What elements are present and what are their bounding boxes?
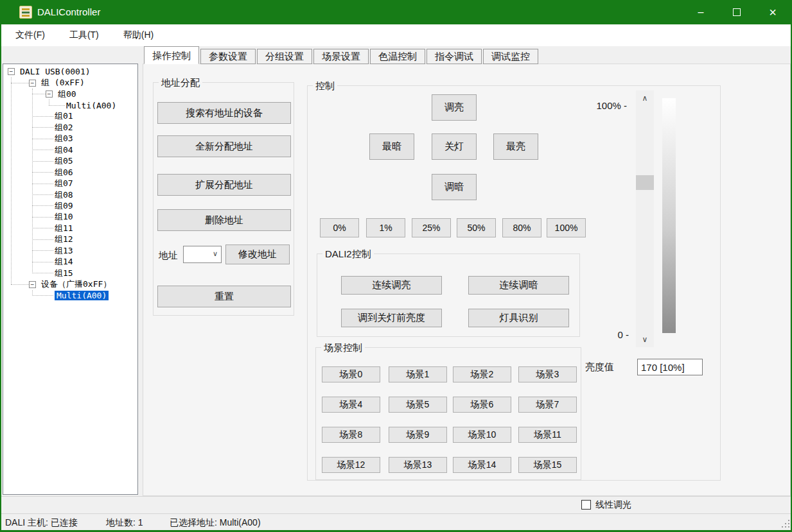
scene-4-button[interactable]: 场景4 [322, 397, 380, 413]
scene-2-button[interactable]: 场景2 [453, 366, 511, 382]
assign-new-address-button[interactable]: 全新分配地址 [157, 135, 291, 157]
scene-14-button[interactable]: 场景14 [453, 457, 511, 473]
chevron-down-icon: ∨ [213, 250, 218, 258]
percent-1-button[interactable]: 1% [366, 218, 405, 237]
tree-connector [32, 150, 53, 150]
brightness-value-label: 亮度值 [585, 361, 614, 373]
tab-command-debug[interactable]: 指令调试 [427, 49, 482, 64]
scroll-down-icon[interactable]: ∨ [636, 332, 654, 347]
tab-scene-settings[interactable]: 场景设置 [313, 49, 369, 64]
tree-item-root[interactable]: −DALI USB(0001) [3, 66, 137, 77]
tree-connector [32, 262, 53, 262]
scene-12-button[interactable]: 场景12 [322, 457, 380, 473]
tab-group-settings[interactable]: 分组设置 [257, 49, 312, 64]
dali2-control-group: DALI2控制 连续调亮 连续调暗 调到关灯前亮度 灯具识别 [317, 253, 580, 337]
brighten-button[interactable]: 调亮 [432, 94, 477, 121]
tree-item-group15[interactable]: 组15 [3, 268, 137, 279]
tree-connector [32, 295, 53, 296]
menu-file[interactable]: 文件(F) [12, 28, 49, 43]
scene-11-button[interactable]: 场景11 [518, 427, 577, 443]
dim-button[interactable]: 调暗 [432, 174, 477, 200]
light-off-button[interactable]: 关灯 [432, 133, 477, 160]
tree-connector [32, 161, 53, 162]
tree-item-group07[interactable]: 组07 [3, 178, 137, 189]
menu-tools[interactable]: 工具(T) [66, 28, 103, 43]
linear-dimming-checkbox[interactable] [581, 500, 591, 510]
tree-item-multi-a00-selected[interactable]: Multi(A00) [3, 290, 137, 301]
address-allocation-title: 地址分配 [159, 77, 202, 89]
tree-item-group06[interactable]: 组06 [3, 167, 137, 178]
scroll-up-icon[interactable]: ∧ [636, 90, 654, 106]
scene-1-button[interactable]: 场景1 [389, 366, 447, 382]
tree-item-group03[interactable]: 组03 [3, 133, 137, 144]
scrollbar-thumb[interactable] [636, 175, 654, 190]
percent-50-button[interactable]: 50% [457, 218, 496, 237]
close-button[interactable]: × [755, 0, 791, 24]
reset-button[interactable]: 重置 [157, 286, 291, 307]
tree-item-group-all[interactable]: −组 (0xFF) [3, 77, 137, 88]
app-window: DALIController – × 文件(F) 工具(T) 帮助(H) 操作控… [0, 0, 792, 532]
scene-5-button[interactable]: 场景5 [389, 397, 447, 413]
scene-7-button[interactable]: 场景7 [518, 397, 577, 413]
scene-0-button[interactable]: 场景0 [322, 366, 380, 382]
scene-15-button[interactable]: 场景15 [518, 457, 577, 473]
tree-item-multi-a00[interactable]: Multi(A00) [3, 99, 137, 110]
tab-debug-monitor[interactable]: 调试监控 [483, 49, 538, 64]
tree-item-group10[interactable]: 组10 [3, 212, 137, 223]
scene-10-button[interactable]: 场景10 [453, 427, 511, 443]
collapse-icon[interactable]: − [46, 90, 53, 98]
luminaire-identify-button[interactable]: 灯具识别 [468, 309, 569, 327]
tree-item-group09[interactable]: 组09 [3, 200, 137, 211]
brightness-scrollbar[interactable]: ∧ ∨ [636, 90, 654, 347]
address-combo[interactable]: ∨ [183, 246, 222, 263]
tree-item-group04[interactable]: 组04 [3, 144, 137, 155]
device-tree[interactable]: −DALI USB(0001) −组 (0xFF) −组00 Multi(A00… [3, 64, 138, 495]
selected-tree-item: Multi(A00) [55, 291, 109, 300]
percent-25-button[interactable]: 25% [412, 218, 451, 237]
tree-item-group02[interactable]: 组02 [3, 122, 137, 133]
menu-help[interactable]: 帮助(H) [119, 28, 157, 43]
tree-item-group00[interactable]: −组00 [3, 89, 137, 99]
modify-address-button[interactable]: 修改地址 [225, 245, 290, 264]
recall-last-level-button[interactable]: 调到关灯前亮度 [341, 309, 442, 327]
tree-item-group14[interactable]: 组14 [3, 256, 137, 267]
tree-connector [32, 127, 53, 128]
brightest-button[interactable]: 最亮 [493, 133, 538, 160]
maximize-button[interactable] [719, 0, 755, 24]
scene-3-button[interactable]: 场景3 [518, 366, 577, 382]
tree-connector [11, 284, 29, 285]
tree-item-group05[interactable]: 组05 [3, 156, 137, 167]
scene-9-button[interactable]: 场景9 [389, 427, 447, 443]
delete-address-button[interactable]: 删除地址 [157, 209, 291, 231]
percent-80-button[interactable]: 80% [502, 218, 541, 237]
percent-0-button[interactable]: 0% [320, 218, 359, 237]
tree-connector [32, 139, 53, 139]
brightness-value-field[interactable]: 170 [10%] [637, 359, 703, 375]
window-title: DALIController [37, 0, 100, 24]
collapse-icon[interactable]: − [29, 281, 36, 288]
tree-item-group08[interactable]: 组08 [3, 189, 137, 200]
extend-assign-address-button[interactable]: 扩展分配地址 [157, 174, 291, 196]
tree-item-group13[interactable]: 组13 [3, 245, 137, 256]
collapse-icon[interactable]: − [8, 68, 15, 75]
tree-item-group11[interactable]: 组11 [3, 223, 137, 234]
continuous-brighten-button[interactable]: 连续调亮 [341, 276, 442, 295]
dimmest-button[interactable]: 最暗 [369, 133, 414, 160]
resize-grip[interactable] [781, 519, 789, 528]
minimize-button[interactable]: – [683, 0, 719, 24]
tree-item-group01[interactable]: 组01 [3, 111, 137, 122]
scene-8-button[interactable]: 场景8 [322, 427, 380, 443]
tab-operation-control[interactable]: 操作控制 [144, 46, 199, 64]
tree-item-group12[interactable]: 组12 [3, 234, 137, 245]
tab-color-temp-control[interactable]: 色温控制 [370, 49, 425, 64]
search-addressed-devices-button[interactable]: 搜索有地址的设备 [157, 102, 291, 124]
tree-connector [32, 250, 53, 251]
continuous-dim-button[interactable]: 连续调暗 [468, 276, 569, 295]
slider-min-label: 0 - [584, 329, 629, 340]
scene-6-button[interactable]: 场景6 [453, 397, 511, 413]
percent-100-button[interactable]: 100% [547, 218, 586, 237]
tab-parameter-settings[interactable]: 参数设置 [200, 49, 256, 64]
tree-item-device-broadcast[interactable]: −设备（广播0xFF） [3, 279, 137, 289]
collapse-icon[interactable]: − [29, 80, 36, 87]
scene-13-button[interactable]: 场景13 [389, 457, 447, 473]
